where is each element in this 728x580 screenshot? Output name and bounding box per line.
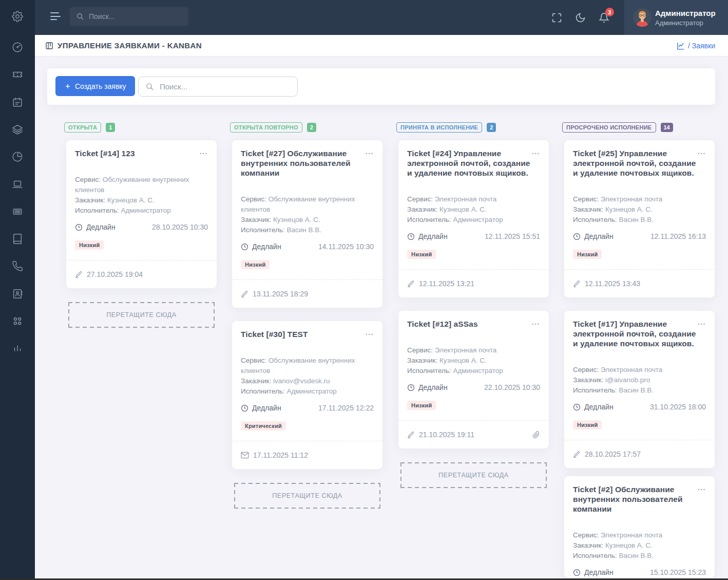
pencil-icon: [407, 431, 415, 439]
sidebar-item-contacts-icon[interactable]: [0, 284, 35, 304]
topbar-search-field[interactable]: [89, 12, 182, 21]
priority-badge: Низкий: [407, 401, 436, 410]
kanban-column-4: ПРОСРОЧЕНО ИСПОЛНЕНИЕ14Ticket [#25] Упра…: [564, 122, 715, 580]
ticket-card[interactable]: Ticket [#24] Управление электронной почт…: [398, 140, 549, 297]
priority-badge: Низкий: [573, 420, 602, 429]
priority-badge: Критический: [241, 421, 286, 431]
kanban-column-3: ПРИНЯТА В ИСПОЛНЕНИЕ2Ticket [#24] Управл…: [398, 122, 549, 488]
pencil-icon: [573, 451, 581, 458]
board-search-field[interactable]: [160, 82, 291, 91]
dropzone[interactable]: ПЕРЕТАЩИТЕ СЮДА: [400, 462, 547, 488]
settings-gear-icon: [12, 11, 23, 22]
menu-toggle-icon[interactable]: [50, 12, 61, 20]
dropzone[interactable]: ПЕРЕТАЩИТЕ СЮДА: [68, 302, 215, 328]
card-footer: 27.10.2025 19:04: [66, 260, 217, 288]
page-title: УПРАВЛЕНИЕ ЗАЯВКАМИ - KANBAN: [58, 41, 202, 50]
ticket-card[interactable]: Ticket [#27] Обслуживание внутренних пол…: [232, 140, 382, 308]
priority-badge: Низкий: [573, 250, 602, 259]
ticket-card[interactable]: Ticket [#25] Управление электронной почт…: [564, 140, 715, 297]
sidebar-item-laptop-icon[interactable]: [0, 174, 35, 195]
avatar: [633, 8, 652, 27]
apps-icon: [12, 315, 23, 327]
ticket-meta: Сервис: Электронная почтаЗаказчик: Кузне…: [573, 530, 706, 561]
user-name: Администратор: [655, 9, 716, 17]
ticket-title: Ticket [#2] Обслуживание внутренних поль…: [573, 484, 706, 514]
ticket-card[interactable]: Ticket [#14] 123...Сервис: Обслуживание …: [66, 140, 217, 288]
ticket-meta: Сервис: Обслуживание внутренних клиентов…: [75, 175, 208, 216]
column-count-badge: 1: [106, 123, 115, 132]
priority-badge: Низкий: [407, 250, 436, 259]
dropzone-label: ПЕРЕТАЩИТЕ СЮДА: [438, 472, 509, 479]
board-search-input[interactable]: [138, 77, 298, 97]
sidebar-item-barcode-icon[interactable]: [0, 201, 35, 222]
sidebar-item-dashboard-icon[interactable]: [0, 37, 35, 58]
column-status-badge: ПРОСРОЧЕНО ИСПОЛНЕНИЕ: [562, 122, 656, 133]
card-menu-icon[interactable]: ...: [532, 318, 540, 326]
sidebar-item-layers-icon[interactable]: [0, 119, 35, 140]
deadline-label: Дедлайн: [573, 403, 614, 411]
column-status-badge: ПРИНЯТА В ИСПОЛНЕНИЕ: [396, 122, 482, 133]
toolbar-panel: Создать заявку: [47, 68, 715, 105]
ticket-meta: Сервис: Электронная почтаЗаказчик: Кузне…: [573, 194, 706, 225]
ticket-title: Ticket [#27] Обслуживание внутренних пол…: [241, 148, 374, 178]
sidebar: [0, 0, 35, 580]
activity-chart-icon[interactable]: [676, 42, 685, 50]
deadline-label: Дедлайн: [75, 223, 116, 231]
card-footer: 21.10.2025 19:11: [398, 420, 549, 448]
card-footer-date: 21.10.2025 19:11: [419, 431, 474, 439]
deadline-date: 12.11.2025 15:51: [485, 232, 540, 240]
ticket-card[interactable]: Ticket [#30] TEST...Сервис: Обслуживание…: [232, 321, 382, 469]
dashboard-icon: [12, 42, 23, 53]
notifications-count-badge: 3: [605, 8, 614, 16]
column-header: ПРОСРОЧЕНО ИСПОЛНЕНИЕ14: [562, 122, 715, 133]
sidebar-item-bar-chart-icon[interactable]: [0, 338, 35, 359]
card-footer: 12.11.2025 13:21: [398, 269, 549, 297]
user-menu[interactable]: Администратор Администратор: [624, 0, 728, 35]
kanban-column-2: ОТКРЫТА ПОВТОРНО2Ticket [#27] Обслуживан…: [232, 122, 382, 509]
column-count-badge: 14: [661, 123, 673, 132]
card-footer-date: 12.11.2025 13:21: [419, 279, 474, 288]
sidebar-item-phone-icon[interactable]: [0, 256, 35, 276]
ticket-card[interactable]: Ticket [#17] Управление электронной почт…: [564, 311, 715, 468]
ticket-meta: Сервис: Обслуживание внутренних клиентов…: [241, 194, 374, 235]
sidebar-item-pie-chart-icon[interactable]: [0, 146, 35, 167]
notifications-bell-icon[interactable]: 3: [598, 11, 610, 24]
deadline-label: Дедлайн: [407, 232, 448, 240]
ticket-title: Ticket [#17] Управление электронной почт…: [573, 319, 706, 348]
sidebar-item-tickets-icon[interactable]: [0, 64, 35, 85]
sidebar-item-settings-gear-icon[interactable]: [0, 6, 35, 27]
sidebar-item-calendar-icon[interactable]: [0, 92, 35, 113]
dropzone-label: ПЕРЕТАЩИТЕ СЮДА: [272, 492, 342, 499]
card-menu-icon[interactable]: ...: [366, 147, 374, 156]
fullscreen-icon[interactable]: [550, 11, 563, 24]
column-status-badge: ОТКРЫТА: [64, 122, 101, 133]
breadcrumb-link[interactable]: / Заявки: [688, 42, 715, 50]
barcode-icon: [12, 206, 23, 217]
sidebar-item-book-icon[interactable]: [0, 229, 35, 249]
card-menu-icon[interactable]: ...: [532, 147, 540, 156]
column-header: ПРИНЯТА В ИСПОЛНЕНИЕ2: [396, 122, 549, 133]
ticket-title: Ticket [#24] Управление электронной почт…: [407, 148, 540, 178]
kanban-column-1: ОТКРЫТА1Ticket [#14] 123...Сервис: Обслу…: [66, 122, 217, 328]
card-menu-icon[interactable]: ...: [200, 147, 208, 156]
deadline-date: 15.10.2025 15:23: [650, 568, 706, 576]
deadline-date: 17.11.2025 12:22: [318, 404, 374, 412]
dropzone[interactable]: ПЕРЕТАЩИТЕ СЮДА: [234, 483, 380, 509]
card-menu-icon[interactable]: ...: [698, 318, 706, 326]
dark-mode-icon[interactable]: [574, 11, 586, 24]
contacts-icon: [12, 288, 23, 300]
card-menu-icon[interactable]: ...: [698, 147, 706, 156]
create-ticket-button[interactable]: Создать заявку: [55, 76, 135, 96]
sidebar-item-apps-icon[interactable]: [0, 311, 35, 331]
ticket-card[interactable]: Ticket [#12] aSSas...Сервис: Электронная…: [398, 311, 549, 448]
card-menu-icon[interactable]: ...: [698, 483, 706, 492]
ticket-card[interactable]: Ticket [#2] Обслуживание внутренних поль…: [564, 476, 715, 577]
card-footer-date: 12.11.2025 13:43: [585, 279, 640, 288]
plus-icon: [64, 83, 71, 90]
kanban-icon: [45, 42, 53, 50]
topbar-search-input[interactable]: [70, 7, 188, 26]
book-icon: [12, 233, 23, 245]
card-menu-icon[interactable]: ...: [366, 328, 374, 336]
column-status-badge: ОТКРЫТА ПОВТОРНО: [230, 122, 302, 133]
tickets-icon: [12, 69, 23, 80]
